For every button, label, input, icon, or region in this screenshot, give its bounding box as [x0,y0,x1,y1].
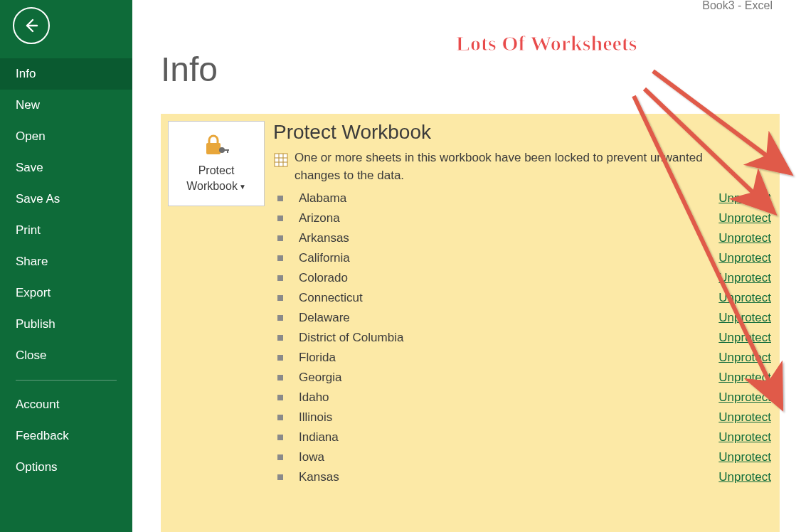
unprotect-link[interactable]: Unprotect [718,450,771,464]
sheet-name: Colorado [299,271,718,285]
protect-workbook-label: Protect Workbook▼ [186,163,246,193]
sidebar-item-export[interactable]: Export [0,277,132,309]
protect-workbook-panel: Protect Workbook▼ Protect Workbook One o… [161,114,780,532]
unprotect-link[interactable]: Unprotect [718,410,771,425]
sheet-name: Arizona [299,211,718,225]
bullet-icon [277,235,283,241]
sheet-row: ConnecticutUnprotect [273,288,771,308]
sidebar-item-publish[interactable]: Publish [0,309,132,340]
sheet-row: CaliforniaUnprotect [273,248,771,268]
sheet-name: Idaho [299,390,718,405]
bullet-icon [277,255,283,261]
back-button[interactable] [13,7,50,44]
sheet-row: IdahoUnprotect [273,388,771,408]
sheet-name: California [299,251,718,265]
sheet-name: District of Columbia [299,331,718,345]
bullet-icon [277,355,283,361]
protect-workbook-button[interactable]: Protect Workbook▼ [168,121,265,206]
bullet-icon [277,454,283,460]
protect-panel-description: One or more sheets in this workbook have… [295,149,728,184]
protect-panel-heading: Protect Workbook [273,121,773,144]
sheet-name: Georgia [299,371,718,385]
svg-rect-5 [275,154,287,166]
lock-key-icon [202,133,230,159]
bullet-icon [277,415,283,420]
main-content: Book3 - Excel Info Protect Workbook▼ Pro… [132,0,801,532]
unprotect-link[interactable]: Unprotect [718,211,771,225]
sidebar-item-new[interactable]: New [0,90,132,121]
sidebar-item-options[interactable]: Options [0,452,132,483]
bullet-icon [277,435,283,440]
bullet-icon [277,295,283,301]
sheet-name: Connecticut [299,291,718,305]
sheet-row: FloridaUnprotect [273,348,771,368]
sheet-row: ColoradoUnprotect [273,268,771,288]
unprotect-link[interactable]: Unprotect [718,311,771,325]
sheet-name: Arkansas [299,231,718,245]
unprotect-link[interactable]: Unprotect [718,191,771,206]
sheet-row: District of ColumbiaUnprotect [273,328,771,348]
sidebar-item-account[interactable]: Account [0,389,132,420]
bullet-icon [277,196,283,201]
sheet-name: Alabama [299,191,718,206]
sidebar-item-share[interactable]: Share [0,246,132,277]
bullet-icon [277,395,283,400]
sheet-row: ArkansasUnprotect [273,228,771,248]
unprotect-link[interactable]: Unprotect [718,371,771,385]
sidebar-item-open[interactable]: Open [0,121,132,152]
sidebar-item-print[interactable]: Print [0,215,132,246]
dropdown-caret-icon: ▼ [239,182,246,192]
unprotect-link[interactable]: Unprotect [718,251,771,265]
sheet-name: Iowa [299,450,718,464]
back-arrow-icon [23,17,40,34]
protect-panel-body: Protect Workbook One or more sheets in t… [273,121,773,487]
bullet-icon [277,474,283,480]
sidebar-item-save[interactable]: Save [0,152,132,183]
sidebar-item-feedback[interactable]: Feedback [0,420,132,452]
worksheet-icon [273,152,289,168]
sheet-name: Delaware [299,311,718,325]
sheet-name: Florida [299,351,718,365]
sheet-row: AlabamaUnprotect [273,188,771,208]
sheet-row: KansasUnprotect [273,467,771,487]
unprotect-link[interactable]: Unprotect [718,291,771,305]
svg-rect-1 [206,143,221,154]
unprotect-link[interactable]: Unprotect [718,351,771,365]
sheet-name: Kansas [299,470,718,484]
unprotect-link[interactable]: Unprotect [718,271,771,285]
backstage-sidebar: InfoNewOpenSaveSave AsPrintShareExportPu… [0,0,132,532]
sheet-row: DelawareUnprotect [273,308,771,328]
unprotect-link[interactable]: Unprotect [718,470,771,484]
sheet-name: Illinois [299,410,718,425]
protected-sheet-list: AlabamaUnprotectArizonaUnprotectArkansas… [273,188,773,487]
sheet-name: Indiana [299,430,718,445]
unprotect-link[interactable]: Unprotect [718,430,771,445]
bullet-icon [277,315,283,321]
sidebar-item-save-as[interactable]: Save As [0,183,132,215]
sheet-row: IndianaUnprotect [273,427,771,447]
sidebar-separator [16,380,117,381]
sheet-row: GeorgiaUnprotect [273,368,771,388]
page-title: Info [161,50,801,89]
unprotect-link[interactable]: Unprotect [718,331,771,345]
bullet-icon [277,275,283,281]
unprotect-link[interactable]: Unprotect [718,231,771,245]
sheet-row: IowaUnprotect [273,447,771,467]
unprotect-link[interactable]: Unprotect [718,390,771,405]
sheet-row: IllinoisUnprotect [273,408,771,427]
svg-rect-4 [227,149,228,153]
bullet-icon [277,335,283,341]
sheet-row: ArizonaUnprotect [273,208,771,228]
window-title: Book3 - Excel [702,0,773,11]
sidebar-item-info[interactable]: Info [0,58,132,90]
bullet-icon [277,375,283,381]
sidebar-item-close[interactable]: Close [0,340,132,371]
bullet-icon [277,216,283,221]
